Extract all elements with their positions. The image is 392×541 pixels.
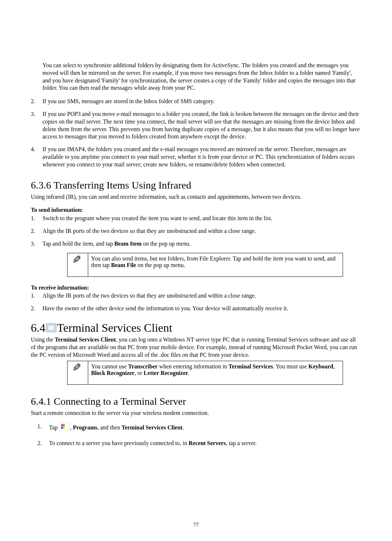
text: To connect to a server you have previous… (49, 440, 189, 446)
list-content: If you use POP3 and you move e-mail mess… (42, 110, 361, 141)
note-box: You can also send items, but not folders… (67, 253, 343, 277)
bold-text: Transcriber (128, 363, 158, 370)
bold-text: Block Recognizer (91, 370, 135, 376)
text: . (183, 424, 184, 431)
windows-start-icon (60, 423, 69, 431)
list-item: 4. If you use IMAP4, the folders you cre… (31, 146, 361, 168)
list-item: 1. Tap , Programs, and then Terminal Ser… (37, 423, 361, 432)
bold-text: Terminal Services Client (122, 424, 183, 431)
list-content: Align the IR ports of the two devices so… (42, 292, 361, 300)
list-item: 2. If you use SMS, messages are stored i… (31, 98, 361, 105)
section-title: Terminal Services Client (57, 321, 172, 335)
send-heading: To send information: (31, 206, 361, 214)
list-item: 1. Align the IR ports of the two devices… (31, 292, 361, 300)
section-number: 6.4 (31, 321, 45, 335)
text: Using the (31, 336, 55, 343)
text: when entering information in (158, 363, 228, 370)
text: , tap a server. (226, 440, 257, 446)
list-number: 2. (37, 440, 49, 447)
list-number: 1. (37, 423, 49, 432)
text: Tap (49, 424, 59, 431)
section-heading-636: 6.3.6 Transferring Items Using Infrared (31, 179, 361, 191)
list-number: 3. (31, 240, 42, 248)
note-icon-cell (68, 253, 88, 276)
bold-text: Beam File (111, 262, 136, 268)
list-number: 1. (31, 215, 42, 222)
list-number: 2. (31, 227, 42, 235)
note-icon-cell (68, 361, 88, 385)
note-text-cell: You can also send items, but not folders… (88, 253, 343, 276)
text: , (70, 424, 73, 431)
bold-text: Beam Item (114, 241, 142, 247)
section-heading-64: 6.4 Terminal Services Client (31, 321, 361, 335)
list-content: Switch to the program where you created … (42, 215, 361, 222)
list-number: 4. (31, 146, 42, 168)
bold-text: Terminal Services Client (55, 336, 116, 343)
section-intro: Start a remote connection to the server … (31, 409, 361, 417)
list-content: Tap , Programs, and then Terminal Servic… (49, 423, 361, 432)
bold-text: Recent Servers (189, 440, 226, 446)
section-intro: Using infrared (IR), you can send and re… (31, 193, 361, 201)
bold-text: Keyboard (309, 363, 333, 370)
text: Tap and hold the item, and tap (42, 241, 114, 247)
text: , or (135, 370, 144, 376)
intro-paragraph: You can select to synchronize additional… (42, 62, 361, 92)
list-number: 1. (31, 292, 42, 300)
list-content: To connect to a server you have previous… (49, 440, 361, 447)
list-item: 3. Tap and hold the item, and tap Beam I… (31, 240, 361, 248)
text: on the pop up menu. (142, 241, 191, 247)
text: . (188, 370, 190, 376)
list-content: Have the owner of the other device send … (42, 305, 361, 312)
pen-icon (73, 256, 82, 266)
pen-icon (73, 364, 82, 374)
list-content: Align the IR ports of the two devices so… (42, 227, 361, 235)
list-item: 2. Have the owner of the other device se… (31, 305, 361, 312)
text: , (333, 363, 335, 370)
list-item: 2. To connect to a server you have previ… (37, 440, 361, 447)
list-number: 2. (31, 98, 42, 105)
list-content: If you use SMS, messages are stored in t… (42, 98, 361, 105)
bold-text: Letter Recognizer (144, 370, 188, 376)
text: on the pop up menu. (136, 262, 185, 268)
note-text-cell: You cannot use Transcriber when entering… (88, 361, 343, 385)
bold-text: Terminal Services (228, 363, 273, 370)
list-content: Tap and hold the item, and tap Beam Item… (42, 240, 361, 248)
list-item: 1. Switch to the program where you creat… (31, 215, 361, 222)
text: You cannot use (91, 363, 128, 370)
terminal-services-icon (46, 323, 56, 332)
list-item: 2. Align the IR ports of the two devices… (31, 227, 361, 235)
document-page: You can select to synchronize additional… (0, 0, 392, 541)
recv-heading: To receive information: (31, 284, 361, 292)
note-box: You cannot use Transcriber when entering… (67, 361, 343, 385)
text: . You must use (273, 363, 309, 370)
list-number: 2. (31, 305, 42, 312)
list-number: 3. (31, 110, 42, 141)
list-content: If you use IMAP4, the folders you create… (42, 146, 361, 168)
text: , and then (97, 424, 122, 431)
section-heading-641: 6.4.1 Connecting to a Terminal Server (31, 396, 361, 407)
list-item: 3. If you use POP3 and you move e-mail m… (31, 110, 361, 141)
page-number: 77 (0, 522, 392, 528)
bold-text: Programs (73, 424, 97, 431)
section-intro: Using the Terminal Services Client, you … (31, 336, 361, 359)
